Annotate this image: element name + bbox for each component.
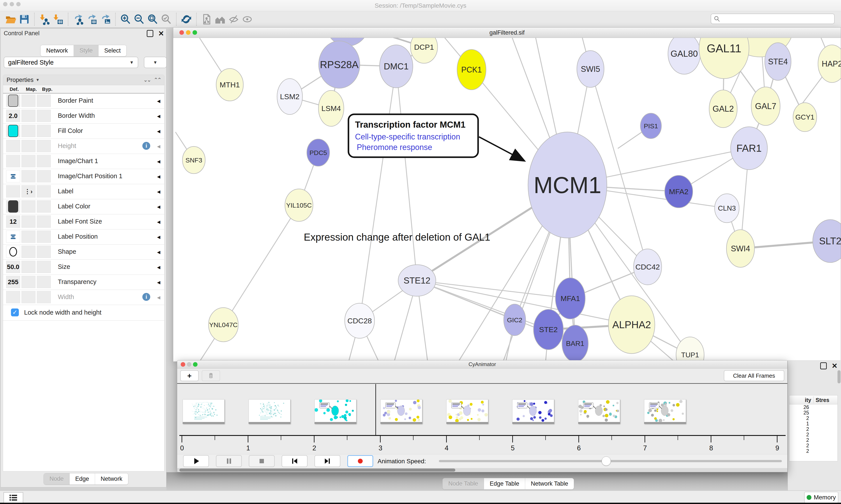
properties-menu-icon[interactable]: ▼ [36, 78, 40, 82]
network-edge[interactable] [396, 66, 417, 281]
keyframe-thumbnail-5s[interactable] [512, 399, 554, 424]
bypass-cell[interactable] [37, 291, 51, 303]
annotation-link[interactable]: Pheromone response [357, 143, 432, 152]
network-node-HAP2[interactable]: HAP2 [818, 45, 841, 83]
style-options-button[interactable]: ▼ [144, 57, 167, 68]
network-canvas[interactable]: GAL80GAL11DCP1RPS28ADMC1PCK1SWI5STE4HAP2… [173, 38, 841, 361]
bypass-cell[interactable] [37, 231, 51, 243]
property-row-label-color[interactable]: Label Color◂ [3, 199, 164, 214]
network-node-MCM1[interactable]: MCM1 [528, 132, 607, 238]
float-panel-icon[interactable] [820, 362, 827, 370]
play-button[interactable] [183, 455, 209, 467]
mapping-cell[interactable] [21, 170, 35, 182]
property-row-border-paint[interactable]: Border Paint◂ [3, 93, 164, 109]
property-row-image-chart-1[interactable]: Image/Chart 1◂ [3, 154, 164, 169]
expand-property-icon[interactable]: ◂ [157, 112, 160, 120]
mapping-cell[interactable]: ⋮› [21, 185, 35, 197]
mapping-cell[interactable] [21, 276, 35, 288]
bypass-cell[interactable] [37, 276, 51, 288]
search-field[interactable] [722, 15, 834, 22]
mapping-cell[interactable] [21, 246, 35, 258]
info-icon[interactable]: i [142, 293, 150, 301]
default-value-cell[interactable]: 50.0 [6, 261, 20, 273]
mapping-cell[interactable] [21, 200, 35, 213]
show-panel-list-button[interactable] [3, 492, 23, 503]
bypass-cell[interactable] [37, 200, 51, 213]
network-node-BAR1[interactable]: BAR1 [562, 325, 588, 361]
slider-thumb[interactable] [602, 456, 611, 466]
keyframe-thumbnail-0s[interactable] [183, 399, 225, 424]
stop-button[interactable] [249, 455, 275, 467]
network-node-SLT2[interactable]: SLT2 [813, 220, 841, 263]
animation-speed-slider[interactable] [439, 460, 782, 462]
network-node-MFA2[interactable]: MFA2 [665, 175, 693, 208]
table-row[interactable]: 2 [789, 448, 838, 454]
bypass-cell[interactable] [37, 155, 51, 167]
skip-start-button[interactable] [282, 455, 307, 467]
network-node-GAL80[interactable]: GAL80 [668, 38, 700, 74]
property-row-height[interactable]: Heighti◂ [3, 139, 164, 154]
property-row-border-width[interactable]: 2.0Border Width◂ [3, 109, 164, 124]
style-select[interactable]: galFiltered Style ▼ [4, 57, 138, 68]
table-row[interactable]: 2 [789, 426, 838, 432]
expand-property-icon[interactable]: ◂ [157, 127, 160, 135]
table-column-stress[interactable]: Stres [816, 397, 829, 403]
network-edge[interactable] [223, 205, 299, 325]
tab-network[interactable]: Network [40, 45, 74, 56]
property-row-fill-color[interactable]: Fill Color◂ [3, 124, 164, 139]
annotation-link[interactable]: Cell-type-specific transcription [355, 132, 460, 141]
mapping-cell[interactable] [21, 291, 35, 303]
canvas-caption[interactable]: Expression change after deletion of GAL1 [304, 231, 490, 243]
network-node-DCP1[interactable]: DCP1 [410, 38, 437, 63]
table-row[interactable]: 2 [789, 443, 838, 448]
keyframe-thumbnail-4s[interactable] [446, 399, 488, 424]
delete-frame-button[interactable] [202, 370, 220, 381]
tab-style[interactable]: Style [74, 45, 99, 56]
network-node-YNL047C[interactable]: YNL047C [209, 308, 238, 342]
property-row-transparency[interactable]: 255Transparency◂ [3, 275, 164, 290]
export-image-button[interactable] [99, 13, 112, 26]
default-value-cell[interactable] [6, 291, 20, 303]
network-node-STE12[interactable]: STE12 [398, 265, 436, 296]
mapping-cell[interactable] [21, 155, 35, 167]
network-window-titlebar[interactable]: galFiltered.sif [173, 28, 841, 38]
table-row[interactable]: 2 [789, 437, 838, 443]
timeline-playhead[interactable] [375, 384, 376, 435]
network-node-PCK1[interactable]: PCK1 [457, 50, 486, 90]
default-value-cell[interactable] [6, 231, 20, 243]
mapping-cell[interactable] [21, 231, 35, 243]
zoom-selected-button[interactable] [159, 13, 173, 26]
expand-all-icon[interactable]: ⌄⌄ [143, 77, 150, 83]
expand-property-icon[interactable]: ◂ [157, 187, 160, 195]
table-column-ity[interactable]: ity [789, 397, 811, 403]
network-node-ALPHA2[interactable]: ALPHA2 [608, 296, 655, 354]
tab-edge[interactable]: Edge [70, 473, 95, 485]
property-row-width[interactable]: Widthi◂ [3, 290, 164, 305]
expand-property-icon[interactable]: ◂ [157, 278, 160, 286]
show-eye-button[interactable] [240, 13, 254, 26]
table-row[interactable]: 2 [789, 432, 838, 437]
network-node-MFA1[interactable]: MFA1 [555, 278, 585, 319]
collapse-all-icon[interactable]: ⌃⌃ [154, 77, 161, 83]
expand-property-icon[interactable]: ◂ [157, 158, 160, 165]
annotation-box[interactable]: Transcription factor MCM1Cell-type-speci… [348, 114, 524, 161]
timeline[interactable]: 0123456789 Seconds [177, 384, 787, 454]
default-value-cell[interactable] [6, 125, 20, 137]
refresh-button[interactable] [180, 13, 193, 26]
expand-property-icon[interactable]: ◂ [157, 97, 160, 105]
default-value-cell[interactable] [6, 185, 20, 197]
network-node-SWI4[interactable]: SWI4 [727, 230, 754, 267]
network-node-RPS28A[interactable]: RPS28A [319, 41, 360, 88]
expand-property-icon[interactable]: ◂ [157, 233, 160, 240]
keyframe-thumbnail-6s[interactable] [578, 399, 620, 424]
close-panel-icon[interactable]: ✕ [831, 363, 838, 369]
network-node-GCY1[interactable]: GCY1 [793, 103, 817, 131]
bypass-cell[interactable] [37, 261, 51, 273]
clear-all-frames-button[interactable]: Clear All Frames [724, 370, 784, 381]
property-row-label[interactable]: ⋮›Label◂ [3, 184, 164, 199]
property-row-image-chart-position-1[interactable]: Image/Chart Position 1◂ [3, 169, 164, 184]
network-node-GAL7[interactable]: GAL7 [751, 87, 780, 125]
save-button[interactable] [18, 13, 31, 26]
network-node-STE2[interactable]: STE2 [534, 309, 563, 350]
close-panel-icon[interactable]: ✕ [158, 31, 164, 36]
